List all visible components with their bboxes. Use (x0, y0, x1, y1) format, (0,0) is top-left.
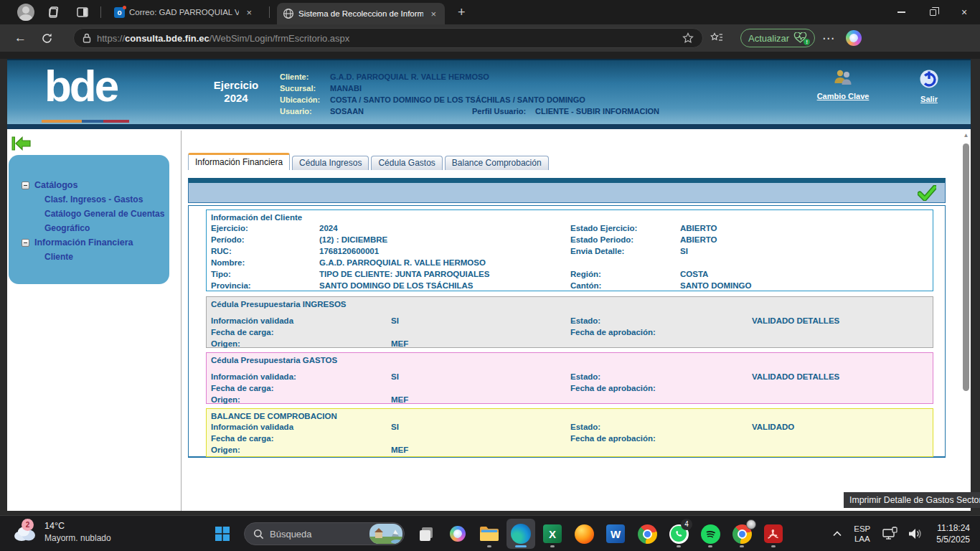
row-value: SI (391, 423, 570, 431)
cloud-icon: 2 (11, 520, 40, 545)
tab-sistema[interactable]: Sistema de Recoleccion de Inform × (277, 3, 445, 24)
copilot-icon[interactable] (846, 30, 862, 46)
active-indicator (515, 545, 527, 547)
sidebar-item-catalogos[interactable]: Catálogos (9, 178, 169, 192)
tab-close-icon[interactable]: × (428, 9, 439, 19)
sidebar-item-catalogo-general-cuentas[interactable]: Catálogo General de Cuentas (9, 207, 169, 221)
taskbar-icons: X W 4 (208, 519, 788, 549)
refresh-button[interactable] (34, 32, 60, 44)
taskbar-acrobat[interactable] (759, 519, 788, 549)
minimize-button[interactable] (885, 1, 917, 24)
address-bar[interactable]: https://consulta.bde.fin.ec/WebSim/Login… (73, 28, 703, 48)
power-icon (919, 69, 939, 89)
tab-informacion-financiera[interactable]: Información Financiera (188, 153, 290, 170)
ejercicio-label: Ejercicio 2024 (203, 79, 269, 105)
search-highlight-image[interactable] (369, 524, 402, 544)
cambio-clave-button[interactable]: Cambio Clave (804, 69, 882, 100)
tab-cedula-gastos[interactable]: Cédula Gastos (371, 156, 442, 170)
close-window-button[interactable]: × (948, 1, 980, 24)
row-value: SI (391, 316, 570, 325)
collapse-node-icon[interactable] (22, 239, 29, 247)
row-label: Origen: (211, 395, 391, 404)
browser-navbar: ← https://consulta.bde.fin.ec/WebSim/Log… (0, 24, 980, 52)
tray-chevron-icon[interactable] (832, 531, 842, 537)
tab-divider (269, 6, 270, 18)
back-button[interactable]: ← (7, 31, 34, 45)
row-label: Fecha de carga: (211, 328, 391, 336)
sidebar-item-informacion-financiera[interactable]: Información Financiera (9, 235, 169, 250)
running-indicator (708, 545, 712, 547)
sidebar-item-geografico[interactable]: Geográfico (9, 221, 169, 235)
language-indicator[interactable]: ESP LAA (854, 524, 870, 544)
tab-title: Correo: GAD PARROQUIAL VALLE (129, 8, 239, 17)
taskbar-excel[interactable]: X (538, 519, 567, 549)
collapse-node-icon[interactable] (22, 182, 29, 189)
tab-close-icon[interactable]: × (243, 7, 255, 18)
taskbar-chrome-profile[interactable] (727, 519, 756, 549)
workspaces-icon[interactable] (44, 3, 63, 22)
row-value: ABIERTO (680, 235, 933, 244)
tooltip: Imprimir Detalle de Gastos Sector (844, 492, 980, 508)
tab-correo[interactable]: o Correo: GAD PARROQUIAL VALLE × (108, 1, 260, 23)
tab-balance-comprobacion[interactable]: Balance Comprobación (445, 156, 549, 170)
toolbar-band (188, 178, 946, 203)
sidebar-item-cliente[interactable]: Cliente (9, 250, 169, 264)
taskbar-spotify[interactable] (696, 519, 725, 549)
network-icon[interactable] (882, 527, 899, 541)
row-label: Estado Ejercicio: (570, 224, 680, 232)
collections-icon[interactable] (703, 32, 730, 44)
sidebar-item-label: Catálogo General de Cuentas (44, 209, 164, 219)
taskbar-search[interactable] (244, 522, 405, 545)
tab-actions-icon[interactable] (73, 3, 92, 22)
favorite-star-icon[interactable] (682, 32, 694, 44)
tab-cedula-ingresos[interactable]: Cédula Ingresos (292, 156, 369, 170)
row-value: SANTO DOMINGO (680, 281, 933, 290)
salir-button[interactable]: Salir (890, 69, 969, 103)
scroll-up-icon[interactable]: ▲ (961, 129, 971, 138)
collapse-menu-icon[interactable] (11, 135, 32, 152)
clock[interactable]: 11:18:24 5/5/2025 (936, 522, 970, 545)
row-label: Estado: (570, 316, 752, 325)
sidebar-item-clasf-ingresos-gastos[interactable]: Clasf. Ingresos - Gastos (9, 192, 169, 207)
perfil-value: CLIENTE - SUBIR INFORMACION (535, 107, 659, 116)
scrollbar-thumb[interactable] (963, 143, 969, 391)
weather-widget[interactable]: 2 14°C Mayorm. nublado (11, 520, 111, 545)
page-scrollbar[interactable]: ▲ (961, 129, 971, 511)
taskbar-file-explorer[interactable] (475, 519, 504, 549)
row-value: VALIDADO DETALLES (752, 372, 933, 381)
sidebar-item-label: Catálogos (34, 180, 77, 190)
row-label: Estado Periodo: (570, 235, 680, 244)
validated-check-icon (918, 185, 936, 201)
start-button[interactable] (208, 519, 237, 549)
new-tab-button[interactable]: + (453, 5, 470, 20)
bde-logo: bde (44, 60, 117, 111)
taskbar-firefox[interactable] (570, 519, 598, 549)
row-value: VALIDADO DETALLES (752, 316, 933, 325)
row-value: COSTA (680, 270, 933, 278)
taskbar-chrome[interactable] (633, 519, 661, 549)
actualizar-button[interactable]: Actualizar ! (740, 29, 815, 47)
search-input[interactable] (270, 529, 363, 540)
row-label: Origen: (211, 339, 391, 348)
taskbar-copilot[interactable] (443, 519, 472, 549)
firefox-icon (575, 524, 594, 544)
panel-title: Información del Cliente (207, 212, 933, 222)
sidebar-item-label: Cliente (44, 252, 73, 262)
restore-button[interactable] (917, 1, 948, 24)
taskbar-whatsapp[interactable]: 4 (664, 519, 693, 549)
taskbar-word[interactable]: W (601, 519, 630, 549)
taskbar-task-view[interactable] (412, 519, 440, 549)
ingresos-panel: Cédula Presupuestaria INGRESOS Informaci… (206, 296, 933, 348)
volume-icon[interactable] (908, 527, 923, 540)
running-indicator (550, 545, 555, 547)
row-label: Información validada (211, 423, 391, 431)
row-label: Nombre: (211, 258, 319, 267)
language-bottom: LAA (854, 534, 870, 543)
taskbar-edge[interactable] (507, 519, 535, 549)
browser-profile-avatar[interactable] (17, 4, 34, 21)
row-label: Región: (570, 270, 680, 278)
ejercicio-year: 2024 (224, 92, 248, 104)
more-menu-icon[interactable]: ⋯ (815, 31, 842, 46)
weather-text: 14°C Mayorm. nublado (44, 520, 111, 545)
field-label: Cliente: (280, 72, 330, 81)
